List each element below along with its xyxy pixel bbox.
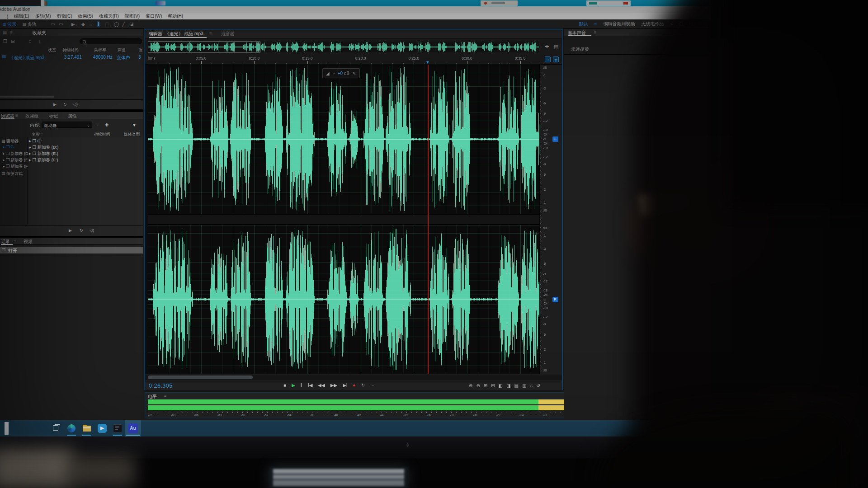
menu-effects[interactable]: 效果(S) xyxy=(78,13,93,19)
brush-tool-icon[interactable]: ╱ xyxy=(122,21,125,27)
pan-icon[interactable]: ✚ xyxy=(545,44,549,50)
insert-multitrack-icon[interactable]: ↥ xyxy=(28,39,32,44)
razor-tool-icon[interactable]: ◆ xyxy=(81,21,85,27)
overview-bar[interactable]: ✚ ▤ xyxy=(145,40,562,54)
panel-menu-icon[interactable]: ≡ xyxy=(15,113,18,118)
rewind-button[interactable]: ◀◀ xyxy=(318,383,325,388)
col-name[interactable]: 名称 ↑ xyxy=(32,131,43,137)
app-titlebar[interactable]: Adobe Audition xyxy=(0,6,711,13)
files-search-input[interactable] xyxy=(80,38,142,44)
panel-toggle2-icon[interactable]: ▭ xyxy=(59,21,63,27)
tab-mixer[interactable]: 混音器 xyxy=(221,31,235,37)
audition-taskbar-tile[interactable]: Au xyxy=(125,420,141,436)
menu-window[interactable]: 窗口(W) xyxy=(146,13,162,19)
time-display[interactable]: 0:26.305 xyxy=(149,383,173,389)
record-button[interactable]: ● xyxy=(353,383,356,388)
new-file-icon[interactable]: ⊞ xyxy=(11,39,14,44)
import-file-icon[interactable]: ❐ xyxy=(3,39,7,44)
preview-loop-icon[interactable]: ↻ xyxy=(80,228,83,233)
menu-favorites[interactable]: 收藏夹(R) xyxy=(99,13,119,19)
snap-icon[interactable]: ∩ xyxy=(545,56,551,62)
tree-item[interactable]: ▸ ❒ 新加卷 (D:) xyxy=(3,151,28,157)
marker-icon[interactable]: ╥ xyxy=(553,56,559,62)
menu-view[interactable]: 视图(V) xyxy=(125,13,140,19)
levels-menu-icon[interactable]: ≡ xyxy=(164,394,166,398)
list-item[interactable]: ▸ ❒ 新加卷 (F:) xyxy=(29,157,143,163)
menu-help[interactable]: 帮助(H) xyxy=(168,13,183,19)
skip-end-button[interactable]: ▶Ι xyxy=(343,383,347,388)
file-explorer-icon[interactable] xyxy=(81,423,92,434)
editor-panel-menu-icon[interactable]: ≡ xyxy=(209,31,212,36)
col-status[interactable]: 状态 xyxy=(48,47,56,53)
more-button[interactable]: ⋯ xyxy=(370,383,375,388)
tab-properties[interactable]: 属性 xyxy=(68,113,77,119)
ibeam-tool-icon[interactable]: Ι xyxy=(97,21,100,27)
list-item[interactable]: ▸ ❒ C: xyxy=(29,138,143,144)
waveform-display[interactable]: dBdB-1-1-3-3-6-6-9-9-12-12-18-18-24-24-∞… xyxy=(145,65,562,374)
stop-button[interactable]: ■ xyxy=(283,383,286,388)
workspace-edit-av[interactable]: 编辑音频到视频 xyxy=(603,21,635,27)
preview-play-icon[interactable]: ▶ xyxy=(53,102,57,107)
slip-tool-icon[interactable]: ↔ xyxy=(89,21,93,27)
pin-icon[interactable]: ✎ xyxy=(352,71,356,76)
multitrack-view-button[interactable]: ▤ 多轨 xyxy=(23,21,37,28)
panel-menu-icon[interactable]: ≡ xyxy=(594,30,597,35)
zoom-in-button[interactable]: ⊕ xyxy=(469,383,472,388)
menu-partial[interactable]: ) xyxy=(7,14,8,19)
telegram-icon[interactable] xyxy=(97,423,108,434)
tree-item[interactable]: ▸ ❒ 新加卷 (F:) xyxy=(3,164,28,169)
scrollbar-thumb[interactable] xyxy=(148,375,253,379)
zoom-out-button[interactable]: ⊖ xyxy=(476,383,480,388)
play-button[interactable]: ▶ xyxy=(292,383,295,388)
zoom-sel-right-button[interactable]: ▥ xyxy=(522,383,526,388)
tree-root[interactable]: ▤ 驱动器 xyxy=(1,138,19,144)
col-duration[interactable]: 持续时间 xyxy=(62,47,79,53)
loop-button[interactable]: ↻ xyxy=(361,383,365,388)
menu-edit[interactable]: 编辑(E) xyxy=(14,13,29,19)
menu-multitrack[interactable]: 多轨(M) xyxy=(35,13,51,19)
file-row[interactable]: ⦀⦀ 《追光》 成品.mp3 3:27.491 48000 Hz 立体声 3 xyxy=(0,54,143,61)
panel-toggle-icon[interactable]: ▭ xyxy=(51,21,55,27)
tab-editor[interactable]: 编辑器: 《追光》 成品.mp3 xyxy=(149,31,203,37)
desktop-icon[interactable] xyxy=(156,1,165,5)
waveform-view-button[interactable]: ▥ 波形 xyxy=(3,21,17,28)
preview-loop-icon[interactable]: ↻ xyxy=(63,102,67,107)
menu-clip[interactable]: 剪辑(C) xyxy=(57,13,72,19)
col-duration[interactable]: 持续时间 xyxy=(94,131,110,137)
tab-effects-rack[interactable]: 效果组 xyxy=(25,113,39,119)
col-mediatype[interactable]: 媒体类型 xyxy=(124,131,140,137)
workspace-menu-icon[interactable]: ≡ xyxy=(594,22,597,27)
skip-start-button[interactable]: Ι◀ xyxy=(308,383,312,388)
editor-h-scrollbar[interactable] xyxy=(145,375,562,380)
list-item[interactable]: ▸ ❒ 新加卷 (D:) xyxy=(29,145,143,150)
history-entry-open[interactable]: ❐ 打开 xyxy=(0,247,143,253)
pause-button[interactable]: ‖ xyxy=(301,383,302,388)
zoom-in-amplitude-button[interactable]: ◧ xyxy=(499,383,503,388)
workspace-default[interactable]: 默认 xyxy=(579,21,588,27)
lasso-tool-icon[interactable]: ◯ xyxy=(114,21,119,27)
zoom-in-time-button[interactable]: ⊞ xyxy=(484,383,487,388)
tree-shortcuts[interactable]: ▤ 快捷方式 xyxy=(1,171,23,177)
fast-forward-button[interactable]: ▶▶ xyxy=(330,383,337,388)
hud-gain-value[interactable]: +0 xyxy=(338,71,343,76)
preview-autoplay-icon[interactable]: ◁) xyxy=(73,102,78,107)
waveform-canvas[interactable] xyxy=(148,65,539,374)
overview-menu-icon[interactable]: ▤ xyxy=(554,44,558,50)
channel-badge-r[interactable]: R xyxy=(552,297,558,302)
filter-icon[interactable]: ▼ xyxy=(132,122,137,127)
channel-badge-l[interactable]: L xyxy=(552,136,558,142)
playhead-line[interactable] xyxy=(428,65,429,374)
move-tool-icon[interactable]: ▶₊ xyxy=(71,21,77,27)
panel-menu-icon[interactable]: ≡ xyxy=(10,30,13,35)
edge-browser-icon[interactable] xyxy=(66,423,77,434)
tree-item[interactable]: ▸ ❒ C: xyxy=(3,145,28,149)
zoom-full-button[interactable]: ↺ xyxy=(536,383,540,388)
dark-app-icon[interactable] xyxy=(112,423,123,434)
tab-markers[interactable]: 标记 xyxy=(49,113,58,119)
task-view-icon[interactable] xyxy=(51,423,61,434)
add-icon[interactable]: ✚ xyxy=(105,122,108,127)
col-channels[interactable]: 声道 xyxy=(118,47,126,53)
list-item[interactable]: ▸ ❒ 新加卷 (E:) xyxy=(29,151,143,157)
volume-hud[interactable]: ◢ ◔ +0 dB ✎ xyxy=(322,68,360,78)
content-dropdown[interactable]: 驱动器 ⌄ xyxy=(42,122,92,128)
